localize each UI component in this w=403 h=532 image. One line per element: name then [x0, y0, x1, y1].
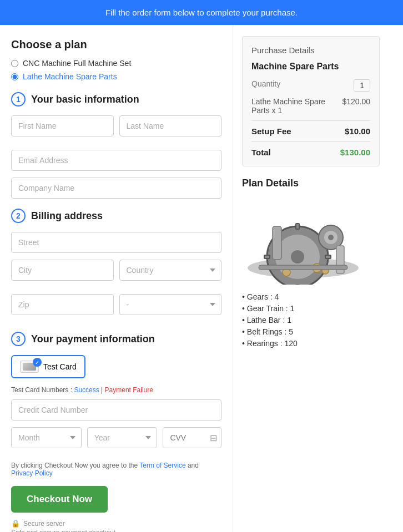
country-field: Country: [119, 260, 222, 281]
choose-plan-title: Choose a plan: [11, 38, 221, 51]
secure-server-label: Secure server: [23, 520, 65, 528]
step3-title: Your payment information: [31, 333, 155, 345]
country-select[interactable]: Country: [119, 260, 222, 281]
svg-rect-7: [325, 255, 331, 259]
setup-fee-label: Setup Fee: [251, 126, 291, 136]
plan-details-title: Plan Details: [242, 178, 380, 189]
cc-input[interactable]: [11, 399, 221, 420]
plan-option-lathe[interactable]: Lathe Machine Spare Parts: [11, 72, 221, 81]
svg-point-3: [291, 250, 304, 264]
left-panel: Choose a plan CNC Machine Full Machine S…: [0, 25, 233, 532]
setup-fee-price: $10.00: [345, 126, 370, 136]
right-panel: Purchase Details Machine Spare Parts Qua…: [233, 25, 389, 532]
city-country-row: Country: [11, 260, 221, 287]
feature-0: Gears : 4: [242, 292, 380, 301]
zip-input[interactable]: [11, 294, 114, 315]
last-name-input[interactable]: [119, 115, 222, 136]
card-icon: ✓: [20, 361, 39, 373]
month-select[interactable]: Month 01020304 05060708 09101112: [11, 427, 82, 448]
plan-label-lathe: Lathe Machine Spare Parts: [23, 72, 117, 81]
city-field: [11, 260, 114, 281]
step3-header: 3 Your payment information: [11, 332, 221, 346]
success-link[interactable]: Success: [74, 386, 99, 394]
plan-radio-lathe[interactable]: [11, 73, 18, 80]
street-input[interactable]: [11, 232, 221, 253]
cvv-icon: ⊟: [210, 433, 217, 443]
top-banner: Fill the order form below to complete yo…: [0, 0, 403, 25]
company-field: [11, 178, 221, 199]
step3-circle: 3: [11, 332, 26, 346]
banner-text: Fill the order form below to complete yo…: [105, 8, 298, 17]
month-field: Month 01020304 05060708 09101112: [11, 427, 82, 448]
zip-field: [11, 294, 114, 315]
email-field: [11, 150, 221, 171]
privacy-link[interactable]: Privacy Policy: [11, 469, 53, 477]
feature-3: Belt Rings : 5: [242, 327, 380, 336]
card-label: Test Card: [43, 362, 77, 371]
terms-link[interactable]: Term of Service: [139, 462, 185, 469]
last-name-field: [119, 115, 222, 136]
product-name: Machine Spare Parts: [251, 62, 370, 72]
lock-icon: 🔒: [11, 519, 20, 528]
cc-field: [11, 399, 221, 420]
svg-point-10: [328, 235, 334, 240]
failure-link[interactable]: Payment Failure: [105, 386, 153, 394]
line-item-label: Lathe Machine Spare Parts x 1: [251, 97, 335, 115]
plan-image: [242, 196, 364, 285]
quantity-value: 1: [354, 79, 370, 92]
step2-circle: 2: [11, 209, 26, 223]
first-name-field: [11, 115, 114, 136]
checkout-button[interactable]: Checkout Now: [11, 486, 108, 513]
secure-info: 🔒 Secure server Safe and secure payment …: [11, 519, 221, 532]
plan-option-cnc[interactable]: CNC Machine Full Machine Set: [11, 59, 221, 68]
plan-label-cnc: CNC Machine Full Machine Set: [23, 59, 131, 68]
step1-header: 1 Your basic information: [11, 92, 221, 107]
state-field: -: [119, 294, 222, 315]
svg-rect-4: [296, 224, 299, 229]
plan-features: Gears : 4 Gear Train : 1 Lathe Bar : 1 B…: [242, 292, 380, 348]
step2-title: Billing address: [31, 210, 103, 222]
zip-state-row: -: [11, 294, 221, 322]
year-field: Year 20242025202620272028: [87, 427, 158, 448]
test-card-numbers: Test Card Numbers : Success | Payment Fa…: [11, 386, 221, 394]
card-selector[interactable]: ✓ Test Card: [11, 355, 85, 378]
card-checkmark: ✓: [33, 358, 42, 367]
year-select[interactable]: Year 20242025202620272028: [87, 427, 158, 448]
quantity-row: Quantity 1: [251, 79, 370, 92]
step2-header: 2 Billing address: [11, 209, 221, 223]
plan-options: CNC Machine Full Machine Set Lathe Machi…: [11, 59, 221, 81]
total-row: Total $130.00: [251, 148, 370, 157]
total-price: $130.00: [340, 148, 370, 157]
payment-row: Month 01020304 05060708 09101112 Year 20…: [11, 427, 221, 455]
svg-rect-11: [273, 226, 281, 260]
city-input[interactable]: [11, 260, 114, 281]
email-input[interactable]: [11, 150, 221, 171]
test-card-label: Test Card Numbers :: [11, 386, 74, 394]
cvv-field: ⊟: [163, 427, 221, 455]
line-item-row: Lathe Machine Spare Parts x 1 $120.00: [251, 97, 370, 115]
setup-fee-row: Setup Fee $10.00: [251, 126, 370, 136]
purchase-details-box: Purchase Details Machine Spare Parts Qua…: [242, 36, 380, 166]
divider1: [251, 120, 370, 121]
state-select[interactable]: -: [119, 294, 222, 315]
feature-2: Lathe Bar : 1: [242, 316, 380, 325]
terms-text: By clicking Checkout Now you agree to th…: [11, 462, 221, 477]
gear-svg: [242, 196, 364, 285]
step1-title: Your basic information: [31, 94, 139, 105]
svg-rect-6: [264, 255, 270, 259]
feature-1: Gear Train : 1: [242, 304, 380, 313]
step1-circle: 1: [11, 92, 26, 107]
line-item-price: $120.00: [342, 97, 370, 115]
total-label: Total: [251, 148, 271, 157]
purchase-details-title: Purchase Details: [251, 45, 370, 55]
street-field: [11, 232, 221, 253]
plan-radio-cnc[interactable]: [11, 60, 18, 67]
first-name-input[interactable]: [11, 115, 114, 136]
quantity-label: Quantity: [251, 79, 280, 88]
company-input[interactable]: [11, 178, 221, 199]
svg-rect-16: [259, 265, 347, 270]
divider2: [251, 141, 370, 142]
name-row: [11, 115, 221, 143]
feature-4: Rearings : 120: [242, 339, 380, 348]
secure-subtitle: Safe and secure payment checkout.: [11, 529, 117, 532]
